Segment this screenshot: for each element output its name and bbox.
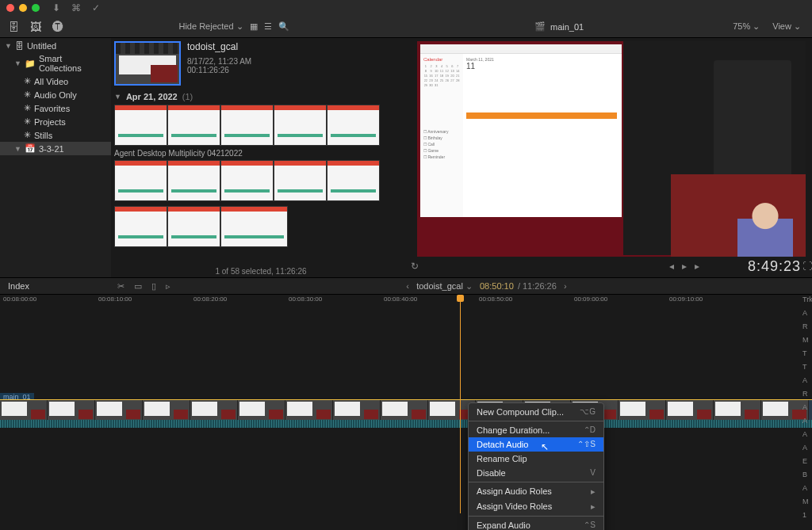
library-icon[interactable]: 🗄 xyxy=(8,21,19,33)
timeline-duration: / 11:26:26 xyxy=(518,281,557,291)
timeline-project-name[interactable]: todoist_gcal xyxy=(416,281,463,291)
playhead[interactable] xyxy=(460,295,461,513)
thumb-row[interactable] xyxy=(114,160,408,201)
sidebar-all-video[interactable]: ✳ All Video xyxy=(0,74,111,88)
ctx-rename-clip[interactable]: Rename Clip xyxy=(469,452,603,466)
timeline-ruler[interactable]: 00:08:00:00 00:08:10:00 00:08:20:00 00:0… xyxy=(0,295,812,307)
search-icon[interactable]: 🔍 xyxy=(278,21,289,32)
minimize-window-button[interactable] xyxy=(19,4,27,12)
thumb-row[interactable] xyxy=(114,206,289,247)
timeline-position: 08:50:10 xyxy=(480,281,514,291)
sidebar: ▼🗄 Untitled ▼📁 Smart Collections ✳ All V… xyxy=(0,38,111,277)
trim-tool-icon[interactable]: ✂ xyxy=(117,281,124,292)
photos-icon[interactable]: 🖼 xyxy=(30,21,41,33)
hide-rejected-dropdown[interactable]: Hide Rejected ⌄ xyxy=(178,21,243,32)
toolbar: 🗄 🖼 🅣 Hide Rejected ⌄ ▦ ☰ 🔍 🎬 main_01 75… xyxy=(0,16,812,38)
view-menu[interactable]: View ⌄ xyxy=(772,21,801,32)
sidebar-projects[interactable]: ✳ Projects xyxy=(0,115,111,128)
sidebar-audio-only[interactable]: ✳ Audio Only xyxy=(0,88,111,101)
connect-tool-icon[interactable]: ▭ xyxy=(134,281,142,292)
context-menu: New Compound Clip...⌥G Change Duration..… xyxy=(468,402,604,530)
ctx-new-compound-clip[interactable]: New Compound Clip...⌥G xyxy=(469,405,603,419)
sidebar-favorites[interactable]: ✳ Favorites xyxy=(0,101,111,115)
play-button[interactable]: ▸ xyxy=(682,261,687,272)
ctx-expand-audio[interactable]: Expand Audio⌃S xyxy=(469,518,603,530)
video-track[interactable] xyxy=(0,399,812,420)
zoom-level[interactable]: 75% ⌄ xyxy=(733,21,760,32)
viewer-timecode: 8:49:23 xyxy=(748,258,801,275)
download-icon[interactable]: ⬇ xyxy=(52,2,60,13)
selected-clip-thumbnail[interactable] xyxy=(114,41,181,86)
clip-date: 8/17/22, 11:23 AM xyxy=(187,57,251,66)
close-window-button[interactable] xyxy=(6,4,14,12)
fullscreen-icon[interactable]: ⛶ xyxy=(802,261,812,272)
prev-frame-button[interactable]: ◂ xyxy=(669,261,674,272)
timeline[interactable]: main_01 xyxy=(0,307,812,513)
audio-track[interactable] xyxy=(0,420,812,428)
timeline-header: Index ✂ ▭ ▯ ▹ ‹ todoist_gcal ⌄ 08:50:10 … xyxy=(0,277,812,295)
library-untitled[interactable]: ▼🗄 Untitled xyxy=(0,40,111,52)
ctx-assign-audio-roles[interactable]: Assign Audio Roles▸ xyxy=(469,484,603,499)
viewer-transport: ↻ ◂ ▸ ▸ 8:49:23 ⛶ xyxy=(411,257,812,276)
zoom-window-button[interactable] xyxy=(32,4,40,12)
list-view-icon[interactable]: ☰ xyxy=(264,21,272,32)
thumb-row[interactable] xyxy=(114,105,408,146)
check-icon[interactable]: ✓ xyxy=(92,2,100,13)
index-button[interactable]: Index xyxy=(0,281,111,291)
ctx-assign-video-roles[interactable]: Assign Video Roles▸ xyxy=(469,499,603,514)
thumb-caption: Agent Desktop Multiplicity 04212022 xyxy=(114,149,408,158)
inspector-tabs[interactable]: TrkARMTTARAAAAEBAM1 xyxy=(802,293,812,522)
calendar-event-bar xyxy=(466,112,617,119)
clapper-icon: 🎬 xyxy=(534,21,546,32)
calendar-checklist: ☐ Anniversary ☐ Birthday ☐ Call ☐ Game ☐… xyxy=(423,128,449,160)
titlebar: ⬇ ⌘ ✓ xyxy=(0,0,812,16)
project-title: main_01 xyxy=(550,22,584,32)
insert-tool-icon[interactable]: ▯ xyxy=(151,281,156,292)
browser-panel: todoist_gcal 8/17/22, 11:23 AM 00:11:26:… xyxy=(111,38,411,277)
clip-duration: 00:11:26:26 xyxy=(187,66,251,74)
loop-icon[interactable]: ↻ xyxy=(411,261,419,272)
camera-pip xyxy=(671,174,806,257)
ctx-disable[interactable]: DisableV xyxy=(469,466,603,480)
viewer-panel: Calendar 1234567891011121314151617181920… xyxy=(411,38,812,277)
sidebar-stills[interactable]: ✳ Stills xyxy=(0,128,111,142)
browser-status: 1 of 58 selected, 11:26:26 xyxy=(111,267,411,276)
viewer-canvas[interactable]: Calendar 1234567891011121314151617181920… xyxy=(417,41,806,257)
link-icon[interactable]: ⌘ xyxy=(71,2,81,13)
date-group-header[interactable]: ▼ Apr 21, 2022 (1) xyxy=(114,92,408,101)
next-frame-button[interactable]: ▸ xyxy=(695,261,699,272)
smart-collections[interactable]: ▼📁 Smart Collections xyxy=(0,52,111,74)
clip-name: todoist_gcal xyxy=(187,41,251,52)
ctx-change-duration[interactable]: Change Duration...⌃D xyxy=(469,423,603,437)
event-3-3-21[interactable]: ▼📅 3-3-21 xyxy=(0,142,111,155)
mouse-cursor: ↖ xyxy=(541,441,549,452)
titles-icon[interactable]: 🅣 xyxy=(52,21,63,33)
calendar-window: Calendar 1234567891011121314151617181920… xyxy=(420,44,622,217)
ctx-detach-audio[interactable]: Detach Audio⌃⇧S xyxy=(469,437,603,452)
arrow-tool-icon[interactable]: ▹ xyxy=(166,281,170,292)
clip-view-icon[interactable]: ▦ xyxy=(250,21,258,32)
